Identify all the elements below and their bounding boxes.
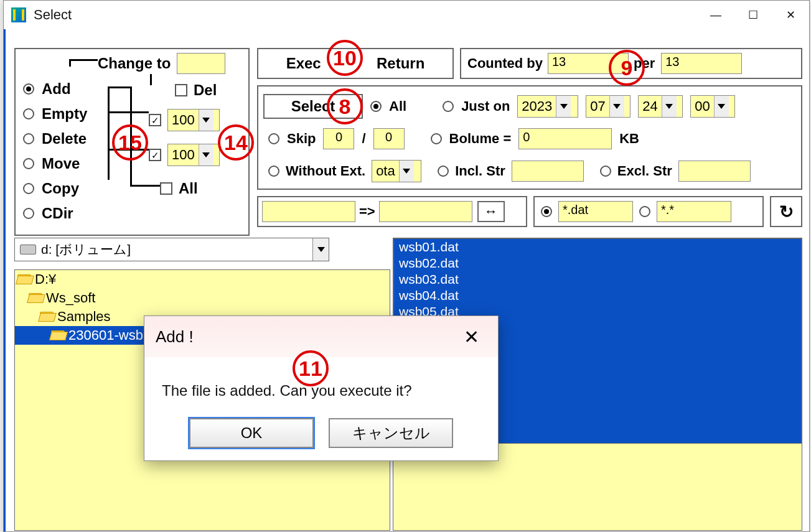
combo-2[interactable]: 100 xyxy=(167,144,220,166)
skip-label: Skip xyxy=(287,131,316,147)
counted-by-label: Counted by xyxy=(467,55,543,72)
change-to-panel: Change to Add Empty Delete Move Copy CDi… xyxy=(14,48,250,236)
connector-line xyxy=(150,74,152,85)
connector-line xyxy=(69,59,98,61)
folder-icon xyxy=(29,293,42,303)
window-controls: — ☐ ✕ xyxy=(697,1,809,29)
combo-1[interactable]: 100 xyxy=(167,109,220,131)
dropdown-arrow-icon[interactable] xyxy=(199,144,213,166)
swap-button[interactable]: ↔ xyxy=(477,201,505,222)
map-panel: => ↔ xyxy=(257,196,527,227)
dialog-title: Add ! xyxy=(156,327,456,347)
maximize-button[interactable]: ☐ xyxy=(734,1,772,29)
tree-row[interactable]: D:¥ xyxy=(15,270,390,289)
excl-str-field[interactable] xyxy=(678,161,751,182)
radio-empty[interactable] xyxy=(23,108,34,119)
list-item[interactable]: wsb03.dat xyxy=(394,271,801,287)
drive-combo[interactable]: d: [ボリューム] xyxy=(14,238,329,261)
list-item[interactable]: wsb02.dat xyxy=(394,255,801,271)
radio-ext-dat[interactable] xyxy=(541,206,552,217)
day-combo[interactable]: 24 xyxy=(638,95,683,118)
year-combo[interactable]: 2023 xyxy=(517,95,578,118)
per-field[interactable]: 13 xyxy=(661,53,742,74)
combo-2-value: 100 xyxy=(168,147,199,163)
connector-line xyxy=(108,86,130,88)
ext2-field[interactable]: *.* xyxy=(657,201,731,222)
list-item[interactable]: wsb04.dat xyxy=(394,287,801,304)
window-title: Select xyxy=(34,7,697,23)
just-on-label: Just on xyxy=(461,98,510,114)
filter-panel: Select All Just on 2023 07 24 00 Skip 0 … xyxy=(257,85,802,190)
map-to-field[interactable] xyxy=(379,201,472,222)
skip-b-field[interactable]: 0 xyxy=(373,128,405,149)
dialog-titlebar: Add ! ✕ xyxy=(144,316,498,357)
radio-just-on[interactable] xyxy=(443,101,454,112)
radio-move[interactable] xyxy=(23,158,34,169)
ext1-field[interactable]: *.dat xyxy=(558,201,633,222)
excl-str-label: Excl. Str xyxy=(617,163,672,179)
hour-combo[interactable]: 00 xyxy=(690,95,735,118)
dropdown-arrow-icon[interactable] xyxy=(556,96,571,117)
radio-without-ext[interactable] xyxy=(268,166,279,177)
change-to-label: Change to xyxy=(98,55,171,72)
return-button[interactable]: Return xyxy=(377,55,424,72)
folder-icon xyxy=(17,274,31,284)
drive-label: d: [ボリューム] xyxy=(41,241,312,258)
radio-bolume[interactable] xyxy=(431,133,442,144)
checkbox-del[interactable] xyxy=(175,84,187,96)
checkbox-2[interactable]: ✓ xyxy=(149,149,161,161)
exec-button[interactable]: Exec xyxy=(286,55,321,72)
radio-skip[interactable] xyxy=(268,133,279,144)
connector-line xyxy=(108,111,149,113)
radio-delete[interactable] xyxy=(23,133,34,144)
connector-line xyxy=(69,59,71,67)
map-arrow-label: => xyxy=(359,203,375,220)
radio-move-label: Move xyxy=(42,155,80,172)
dropdown-arrow-icon[interactable] xyxy=(714,96,729,117)
add-confirm-dialog: Add ! ✕ The file is added. Can you execu… xyxy=(144,315,499,461)
dialog-close-button[interactable]: ✕ xyxy=(456,326,487,348)
mode-radio-group: Add Empty Delete Move Copy CDir xyxy=(23,77,87,226)
dropdown-arrow-icon[interactable] xyxy=(399,161,414,182)
ext-panel: *.dat *.* xyxy=(533,196,764,227)
radio-delete-label: Delete xyxy=(42,130,87,147)
reload-button[interactable]: ↻ xyxy=(770,196,802,227)
incl-str-label: Incl. Str xyxy=(455,163,505,179)
change-to-field[interactable] xyxy=(177,53,225,74)
close-button[interactable]: ✕ xyxy=(772,1,809,29)
without-ext-combo[interactable]: ota xyxy=(372,160,421,182)
folder-icon xyxy=(51,330,65,340)
radio-cdir[interactable] xyxy=(23,208,34,219)
radio-empty-label: Empty xyxy=(42,105,87,123)
select-button[interactable]: Select xyxy=(263,94,363,119)
radio-all-filter[interactable] xyxy=(370,101,382,112)
dropdown-arrow-icon[interactable] xyxy=(312,238,329,261)
incl-str-field[interactable] xyxy=(512,161,584,182)
bolume-field[interactable]: 0 xyxy=(518,128,612,149)
cancel-button[interactable]: キャンセル xyxy=(329,418,453,448)
dropdown-arrow-icon[interactable] xyxy=(609,96,624,117)
client-area: Change to Add Empty Delete Move Copy CDi… xyxy=(4,29,809,531)
checkbox-all[interactable] xyxy=(160,182,172,195)
dropdown-arrow-icon[interactable] xyxy=(662,96,677,117)
dialog-body: The file is added. Can you execute it? xyxy=(144,357,498,418)
ok-button[interactable]: OK xyxy=(189,418,314,448)
radio-ext-all[interactable] xyxy=(639,206,650,217)
exec-return-panel: Exec Return xyxy=(257,48,454,79)
map-from-field[interactable] xyxy=(262,201,355,222)
radio-incl-str[interactable] xyxy=(438,166,449,177)
dropdown-arrow-icon[interactable] xyxy=(199,110,213,131)
radio-excl-str[interactable] xyxy=(600,166,611,177)
skip-a-field[interactable]: 0 xyxy=(323,128,354,149)
counted-by-field[interactable]: 13 xyxy=(548,53,629,74)
titlebar: Select — ☐ ✕ xyxy=(4,1,809,29)
checkbox-1[interactable]: ✓ xyxy=(149,114,161,126)
radio-cdir-label: CDir xyxy=(42,205,73,222)
radio-add[interactable] xyxy=(23,83,34,95)
tree-row[interactable]: Ws_soft xyxy=(15,289,390,307)
minimize-button[interactable]: — xyxy=(697,1,734,29)
month-combo[interactable]: 07 xyxy=(586,95,631,118)
reload-icon: ↻ xyxy=(779,202,794,222)
list-item[interactable]: wsb01.dat xyxy=(394,239,801,255)
radio-copy[interactable] xyxy=(23,183,34,194)
